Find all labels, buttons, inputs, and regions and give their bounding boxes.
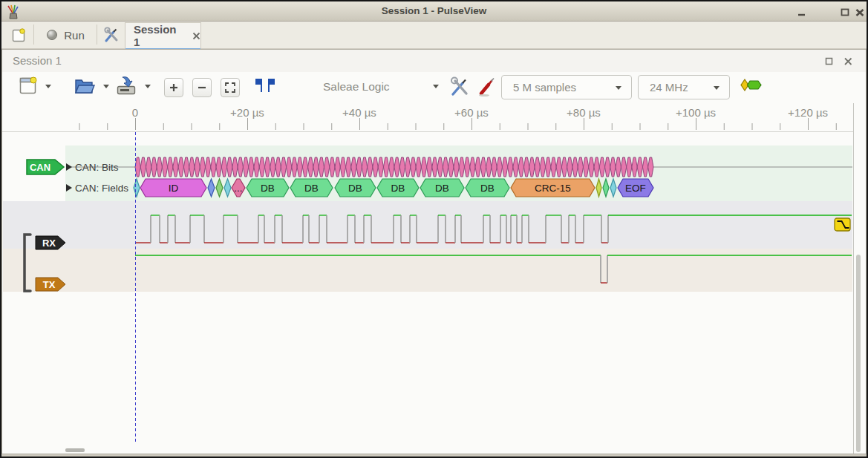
can-group-label: CAN xyxy=(30,162,50,173)
sample-count-dropdown-arrow xyxy=(616,86,621,90)
run-button[interactable]: Run xyxy=(36,24,95,46)
svg-text:DB: DB xyxy=(435,183,449,194)
settings-button[interactable] xyxy=(99,24,124,46)
dock-close-button[interactable] xyxy=(843,56,854,67)
device-dropdown[interactable] xyxy=(433,85,439,88)
pulseview-window: Session 1 - PulseView Run xyxy=(0,0,868,458)
new-file-dropdown[interactable] xyxy=(45,85,51,88)
svg-text:+20 µs: +20 µs xyxy=(230,106,264,119)
zoom-fit-icon xyxy=(224,82,236,94)
sample-rate-dropdown-arrow xyxy=(714,86,719,90)
run-label: Run xyxy=(64,29,85,42)
toolbar-separator xyxy=(97,24,97,45)
vertical-scrollbar[interactable] xyxy=(856,255,861,452)
save-dropdown[interactable] xyxy=(145,85,151,88)
window-title: Session 1 - PulseView xyxy=(1,1,867,21)
main-toolbar: Run Session 1 xyxy=(1,22,867,49)
sample-count-select[interactable]: 5 M samples xyxy=(501,75,632,99)
zoom-fit-button[interactable] xyxy=(221,78,240,97)
svg-text:+100 µs: +100 µs xyxy=(676,106,716,119)
zoom-out-button[interactable] xyxy=(192,78,212,97)
sample-rate-select[interactable]: 24 MHz xyxy=(638,75,730,99)
zoom-in-button[interactable] xyxy=(164,78,183,97)
time-ruler: 0+20 µs+40 µs+60 µs+80 µs+100 µs+120 µs xyxy=(79,106,836,130)
tab-close-icon[interactable] xyxy=(192,32,200,40)
open-file-dropdown[interactable] xyxy=(103,85,109,88)
session-dock: Session 1 xyxy=(1,49,867,454)
run-icon xyxy=(46,29,58,41)
zoom-in-icon xyxy=(169,82,179,93)
tab-session-1[interactable]: Session 1 xyxy=(125,22,201,48)
titlebar[interactable]: Session 1 - PulseView xyxy=(1,1,867,22)
zoom-out-icon xyxy=(197,82,207,93)
horizontal-scrollbar[interactable] xyxy=(65,448,85,452)
settings-icon xyxy=(103,27,120,43)
rx-band xyxy=(3,201,852,249)
svg-text:CRC-15: CRC-15 xyxy=(535,183,571,194)
new-file-button[interactable] xyxy=(19,75,38,96)
maximize-button[interactable] xyxy=(840,7,850,18)
svg-text:DB: DB xyxy=(480,183,495,194)
svg-text:+120 µs: +120 µs xyxy=(788,106,828,119)
svg-text:+60 µs: +60 µs xyxy=(454,106,489,119)
svg-text:RX: RX xyxy=(42,238,56,249)
cursors-button[interactable] xyxy=(255,77,275,95)
device-config-button[interactable] xyxy=(449,76,470,97)
svg-text:TX: TX xyxy=(43,279,56,290)
minimize-button[interactable] xyxy=(797,7,807,18)
fields-row-label: CAN: Fields xyxy=(75,183,128,194)
channels-probe-button[interactable] xyxy=(477,76,497,97)
bits-row-label: CAN: Bits xyxy=(75,162,119,173)
tab-label: Session 1 xyxy=(134,23,183,48)
svg-text:+40 µs: +40 µs xyxy=(342,106,376,119)
dock-header[interactable]: Session 1 xyxy=(2,50,866,73)
svg-text:DB: DB xyxy=(391,183,405,194)
svg-text:DB: DB xyxy=(261,183,275,194)
new-session-icon xyxy=(12,28,26,42)
can-fields-annotations: ID...DBDBDBDBDBDBCRC-15EOF xyxy=(134,179,653,197)
svg-text:ID: ID xyxy=(169,183,179,194)
svg-text:EOF: EOF xyxy=(625,183,646,194)
svg-text:0: 0 xyxy=(132,106,138,119)
sample-rate-value: 24 MHz xyxy=(650,81,688,94)
trace-canvas[interactable]: 0+20 µs+40 µs+60 µs+80 µs+100 µs+120 µsC… xyxy=(2,103,867,454)
device-selector[interactable]: Saleae Logic xyxy=(323,80,390,94)
svg-text:DB: DB xyxy=(348,183,362,194)
open-file-button[interactable] xyxy=(74,75,96,96)
svg-text:+80 µs: +80 µs xyxy=(567,106,601,119)
sample-count-value: 5 M samples xyxy=(513,81,576,94)
trigger-falling-edge-icon[interactable] xyxy=(835,218,850,231)
close-button[interactable] xyxy=(855,7,865,18)
session-toolbar: Saleae Logic 5 M samples 24 MHz xyxy=(2,72,866,103)
new-session-button[interactable] xyxy=(4,24,33,46)
save-button[interactable] xyxy=(115,75,137,96)
dock-title: Session 1 xyxy=(13,50,62,72)
svg-text:...: ... xyxy=(234,183,242,194)
svg-text:DB: DB xyxy=(304,183,319,194)
add-decoder-button[interactable] xyxy=(740,79,763,92)
toolbar-separator xyxy=(33,24,34,45)
float-button[interactable] xyxy=(823,56,835,67)
